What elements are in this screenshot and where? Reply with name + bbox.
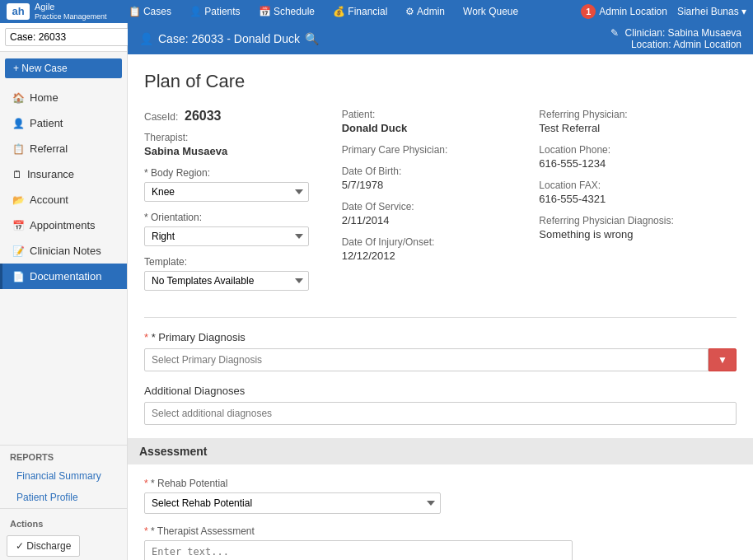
- template-select[interactable]: No Templates Available: [144, 271, 309, 291]
- case-icon: 👤: [139, 32, 153, 45]
- logo: ah Agile Practice Management: [7, 2, 107, 21]
- sidebar-item-documentation[interactable]: 📄 Documentation: [0, 264, 127, 289]
- edit-icon[interactable]: ✎: [610, 27, 619, 39]
- case-search-input[interactable]: [5, 28, 138, 46]
- dos-value: 2/11/2014: [342, 214, 540, 226]
- dob-label: Date Of Birth:: [342, 166, 540, 177]
- user-menu-button[interactable]: Siarhei Bunas ▾: [677, 6, 746, 17]
- orientation-form: * Orientation: Right: [144, 212, 342, 246]
- sidebar-item-label: Documentation: [30, 270, 101, 282]
- patient-value: Donald Duck: [342, 122, 540, 134]
- caseid-row: CaseId: 26033: [144, 109, 342, 124]
- therapist-label: Therapist:: [144, 132, 342, 143]
- nav-cases[interactable]: 📋 Cases: [120, 3, 180, 20]
- nav-financial[interactable]: 💰 Financial: [325, 3, 395, 20]
- sidebar-navigation: 🏠 Home 👤 Patient 📋 Referral 🗒 Insurance …: [0, 85, 127, 441]
- admin-location-label: Admin Location: [599, 6, 667, 17]
- dos-label: Date Of Service:: [342, 201, 540, 212]
- referring-label: Referring Physician:: [539, 109, 737, 120]
- rehab-potential-label: * * Rehab Potential: [144, 478, 737, 489]
- sidebar-patient-profile[interactable]: Patient Profile: [0, 487, 127, 508]
- sidebar-item-account[interactable]: 📂 Account: [0, 187, 127, 212]
- sidebar-item-referral[interactable]: 📋 Referral: [0, 136, 127, 161]
- content-header: 👤 Case: 26033 - Donald Duck 🔍 ✎ Clinicia…: [128, 23, 753, 54]
- doi-value: 12/12/2012: [342, 250, 540, 262]
- sidebar-item-clinician-notes[interactable]: 📝 Clinician Notes: [0, 238, 127, 264]
- pcp-label: Primary Care Physician:: [342, 144, 540, 156]
- sidebar-item-label: Appointments: [30, 219, 96, 231]
- therapist-assessment-textarea[interactable]: [144, 540, 573, 560]
- assessment-section: * * Rehab Potential Select Rehab Potenti…: [144, 478, 737, 560]
- clinician-notes-icon: 📝: [12, 245, 25, 257]
- reports-section-label: Reports: [0, 446, 127, 465]
- nav-patients[interactable]: 👤 Patients: [181, 3, 249, 20]
- template-form: Template: No Templates Available: [144, 256, 342, 291]
- location-info: Location: Admin Location: [610, 39, 741, 50]
- location-phone-label: Location Phone:: [539, 144, 737, 156]
- divider-1: [144, 317, 737, 318]
- insurance-icon: 🗒: [12, 169, 22, 180]
- rehab-potential-row: * * Rehab Potential Select Rehab Potenti…: [144, 478, 737, 514]
- nav-schedule[interactable]: 📅 Schedule: [250, 3, 323, 20]
- case-title: Case: 26033 - Donald Duck: [158, 32, 300, 45]
- logo-icon: ah: [7, 3, 30, 20]
- main-layout: 🔍 + New Case 🏠 Home 👤 Patient 📋 Referral…: [0, 23, 753, 560]
- nav-items: 📋 Cases 👤 Patients 📅 Schedule 💰 Financia…: [120, 3, 527, 20]
- body-region-form: * Body Region: Knee: [144, 167, 342, 202]
- primary-diagnosis-label: * * Primary Diagnosis: [144, 331, 737, 343]
- case-search-icon[interactable]: 🔍: [305, 32, 319, 45]
- nav-workqueue[interactable]: Work Queue: [455, 3, 526, 20]
- top-navigation: ah Agile Practice Management 📋 Cases 👤 P…: [0, 0, 753, 23]
- template-label: Template:: [144, 256, 342, 268]
- sidebar-financial-summary[interactable]: Financial Summary: [0, 465, 127, 487]
- admin-badge: 1: [581, 4, 596, 19]
- sidebar-item-label: Referral: [30, 142, 68, 155]
- sidebar-item-home[interactable]: 🏠 Home: [0, 85, 127, 110]
- primary-diagnosis-row: ▼: [144, 348, 737, 371]
- case-search-bar: 🔍: [0, 23, 127, 52]
- content-body: Plan of Care CaseId: 26033 Therapist: Sa…: [128, 54, 753, 560]
- discharge-button[interactable]: ✓ Discharge: [7, 535, 80, 557]
- sidebar-actions-section: Actions ✓ Discharge: [0, 508, 127, 560]
- account-icon: 📂: [12, 194, 25, 206]
- appointments-icon: 📅: [12, 220, 25, 231]
- therapist-assessment-row: * * Therapist Assessment: [144, 525, 737, 560]
- additional-diagnoses-input[interactable]: [144, 402, 737, 425]
- therapist-row: Therapist: Sabina Musaeva: [144, 132, 342, 157]
- nav-admin[interactable]: ⚙ Admin: [397, 3, 453, 20]
- primary-diagnosis-input[interactable]: [144, 348, 709, 371]
- sidebar-item-patient[interactable]: 👤 Patient: [0, 110, 127, 136]
- sidebar: 🔍 + New Case 🏠 Home 👤 Patient 📋 Referral…: [0, 23, 128, 560]
- location-phone-value: 616-555-1234: [539, 157, 737, 170]
- primary-diagnosis-section: * * Primary Diagnosis ▼: [144, 331, 737, 371]
- referring-value: Test Referral: [539, 122, 737, 134]
- info-col-1: CaseId: 26033 Therapist: Sabina Musaeva …: [144, 109, 342, 301]
- primary-diagnosis-dropdown-button[interactable]: ▼: [709, 348, 737, 371]
- sidebar-reports-section: Reports Financial Summary Patient Profil…: [0, 445, 127, 508]
- doi-label: Date Of Injury/Onset:: [342, 236, 540, 248]
- assessment-section-header: Assessment: [128, 438, 753, 464]
- sidebar-item-label: Account: [30, 194, 68, 206]
- documentation-icon: 📄: [12, 271, 25, 282]
- content-header-right: ✎ Clinician: Sabina Musaeva Location: Ad…: [610, 27, 741, 50]
- admin-location-button[interactable]: 1 Admin Location: [581, 4, 667, 19]
- body-region-select[interactable]: Knee: [144, 182, 309, 202]
- orientation-label: * Orientation:: [144, 212, 342, 223]
- therapist-assessment-label: * * Therapist Assessment: [144, 525, 737, 537]
- new-case-button[interactable]: + New Case: [5, 58, 122, 78]
- sidebar-item-appointments[interactable]: 📅 Appointments: [0, 212, 127, 238]
- nav-left: ah Agile Practice Management 📋 Cases 👤 P…: [7, 2, 526, 21]
- caseid-value: 26033: [185, 109, 222, 123]
- ref-diagnosis-label: Referring Physician Diagnosis:: [539, 215, 737, 226]
- ref-diagnosis-value: Something is wrong: [539, 228, 737, 240]
- content-header-title: 👤 Case: 26033 - Donald Duck 🔍: [139, 32, 319, 45]
- dob-value: 5/7/1978: [342, 179, 540, 191]
- orientation-select[interactable]: Right: [144, 226, 309, 246]
- therapist-value: Sabina Musaeva: [144, 145, 342, 157]
- sidebar-item-label: Home: [30, 91, 58, 104]
- body-region-label: * Body Region:: [144, 167, 342, 179]
- logo-text: Agile Practice Management: [35, 2, 107, 21]
- additional-diagnoses-label: Additional Diagnoses: [144, 385, 737, 397]
- rehab-potential-select[interactable]: Select Rehab Potential: [144, 492, 441, 514]
- sidebar-item-insurance[interactable]: 🗒 Insurance: [0, 161, 127, 187]
